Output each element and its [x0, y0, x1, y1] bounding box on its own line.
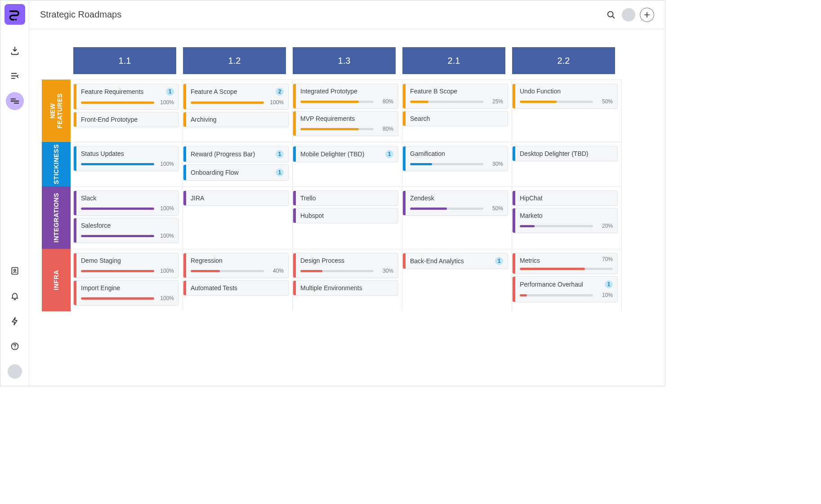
- roadmap-card[interactable]: Onboarding Flow1: [183, 164, 289, 181]
- roadmap-card[interactable]: Demo Staging100%: [73, 253, 179, 278]
- progress-bar: [520, 294, 593, 296]
- card-title: Trello: [300, 195, 316, 202]
- svg-point-0: [15, 19, 17, 21]
- card-badge: 1: [276, 168, 284, 177]
- user-avatar[interactable]: [622, 8, 635, 22]
- card-progress: 50%: [520, 98, 613, 105]
- card-progress-percent: 40%: [268, 268, 284, 274]
- card-title: Feature Requirements: [81, 88, 143, 95]
- card-body: Zendesk50%: [406, 191, 508, 215]
- roadmap-card[interactable]: Archiving: [183, 112, 289, 127]
- nav-list-icon[interactable]: [6, 67, 24, 85]
- col-header-spacer: [42, 47, 73, 80]
- roadmap-card[interactable]: Regression40%: [183, 253, 289, 278]
- card-body: Back-End Analytics1: [406, 253, 508, 269]
- column-header[interactable]: 1.1: [73, 47, 176, 74]
- card-badge: 1: [495, 257, 503, 265]
- card-body: Demo Staging100%: [76, 253, 178, 278]
- card-title: Hubspot: [300, 212, 324, 219]
- lane-integrations: INTEGRATIONS: [42, 186, 73, 249]
- roadmap-card[interactable]: Back-End Analytics1: [402, 253, 508, 269]
- roadmap-card[interactable]: Feature A Scope2100%: [183, 84, 289, 110]
- roadmap-card[interactable]: Feature B Scope25%: [402, 84, 508, 109]
- lane-cell: Gamification30%: [402, 142, 512, 186]
- roadmap-card[interactable]: Feature Requirements1100%: [73, 84, 179, 110]
- card-progress: 100%: [81, 295, 174, 301]
- progress-fill: [410, 163, 432, 165]
- lane-cell: Feature A Scope2100%Archiving: [183, 80, 293, 142]
- main-area: Strategic Roadmaps 1.11.21.32.12.2NEW FE…: [29, 0, 665, 386]
- roadmap-card[interactable]: Trello: [293, 190, 398, 206]
- card-body: Feature Requirements1100%: [76, 84, 178, 109]
- roadmap-card[interactable]: Reward (Progress Bar)1: [183, 146, 289, 162]
- nav-timeline-icon[interactable]: [6, 92, 24, 110]
- roadmap-card[interactable]: Performance Overhaul110%: [512, 276, 618, 302]
- roadmap-card[interactable]: Design Process30%: [293, 253, 398, 278]
- add-button[interactable]: [640, 8, 654, 22]
- card-body: Mobile Delighter (TBD)1: [296, 146, 398, 162]
- board-scroll[interactable]: 1.11.21.32.12.2NEW FEATURESFeature Requi…: [29, 29, 665, 386]
- roadmap-card[interactable]: 70%Metrics: [512, 253, 618, 274]
- roadmap-card[interactable]: Marketo20%: [512, 208, 618, 233]
- progress-fill: [300, 128, 359, 130]
- column-header[interactable]: 1.2: [183, 47, 286, 74]
- nav-activity-icon[interactable]: [6, 312, 24, 330]
- roadmap-card[interactable]: Import Engine100%: [73, 280, 179, 305]
- nav-help-icon[interactable]: [6, 337, 24, 355]
- card-body: Design Process30%: [296, 253, 398, 278]
- card-progress-percent: 25%: [488, 98, 503, 105]
- progress-fill: [520, 268, 585, 270]
- roadmap-card[interactable]: Zendesk50%: [402, 190, 508, 216]
- roadmap-card[interactable]: Search: [402, 111, 508, 126]
- roadmap-card[interactable]: Hubspot: [293, 208, 398, 223]
- card-body: Marketo20%: [515, 208, 617, 233]
- card-title: Feature B Scope: [410, 88, 457, 95]
- roadmap-card[interactable]: Slack100%: [73, 190, 179, 216]
- roadmap-card[interactable]: Salesforce100%: [73, 218, 179, 243]
- progress-fill: [300, 101, 359, 103]
- nav-contacts-icon[interactable]: [6, 262, 24, 280]
- nav-notifications-icon[interactable]: [6, 287, 24, 305]
- roadmap-card[interactable]: Multiple Environments: [293, 280, 398, 296]
- card-title: Desktop Delighter (TBD): [520, 150, 589, 157]
- column-header[interactable]: 2.1: [402, 47, 505, 74]
- bottom-avatar[interactable]: [8, 364, 22, 379]
- roadmap-card[interactable]: MVP Requirements80%: [293, 111, 398, 136]
- roadmap-card[interactable]: HipChat: [512, 190, 618, 206]
- lane-cell: HipChatMarketo20%: [512, 186, 622, 249]
- roadmap-card[interactable]: Integrated Prototype80%: [293, 84, 398, 109]
- card-progress-percent: 80%: [378, 98, 393, 105]
- card-body: Slack100%: [76, 191, 178, 215]
- progress-fill: [520, 225, 535, 227]
- card-body: Import Engine100%: [76, 281, 178, 305]
- roadmap-card[interactable]: Gamification30%: [402, 146, 508, 171]
- card-progress-percent: 30%: [378, 268, 393, 274]
- nav-import-icon[interactable]: [6, 42, 24, 60]
- card-progress: 40%: [191, 268, 284, 274]
- column-header[interactable]: 2.2: [512, 47, 615, 74]
- card-title: Search: [410, 115, 430, 122]
- roadmap-card[interactable]: Undo Function50%: [512, 84, 618, 109]
- progress-bar: [410, 163, 483, 165]
- card-title: Marketo: [520, 212, 543, 219]
- progress-fill: [81, 270, 154, 272]
- card-progress: 25%: [410, 98, 503, 105]
- card-title: Mobile Delighter (TBD): [300, 150, 364, 158]
- roadmap-card[interactable]: Automated Tests: [183, 280, 289, 296]
- card-badge: 2: [276, 88, 284, 96]
- card-title: Onboarding Flow: [191, 169, 239, 176]
- roadmap-card[interactable]: JIRA: [183, 190, 289, 206]
- card-title: Demo Staging: [81, 257, 121, 264]
- column-header[interactable]: 1.3: [293, 47, 396, 74]
- roadmap-card[interactable]: Status Updates100%: [73, 146, 179, 171]
- roadmap-card[interactable]: Desktop Delighter (TBD): [512, 146, 618, 161]
- card-progress-percent: 100%: [159, 295, 174, 301]
- card-progress-percent: 50%: [598, 98, 613, 105]
- top-bar: Strategic Roadmaps: [29, 0, 665, 29]
- app-logo[interactable]: [4, 4, 25, 25]
- card-body: HipChat: [515, 191, 617, 205]
- roadmap-card[interactable]: Mobile Delighter (TBD)1: [293, 146, 398, 162]
- search-button[interactable]: [603, 7, 619, 23]
- progress-fill: [81, 208, 154, 210]
- roadmap-card[interactable]: Front-End Prototype: [73, 112, 179, 127]
